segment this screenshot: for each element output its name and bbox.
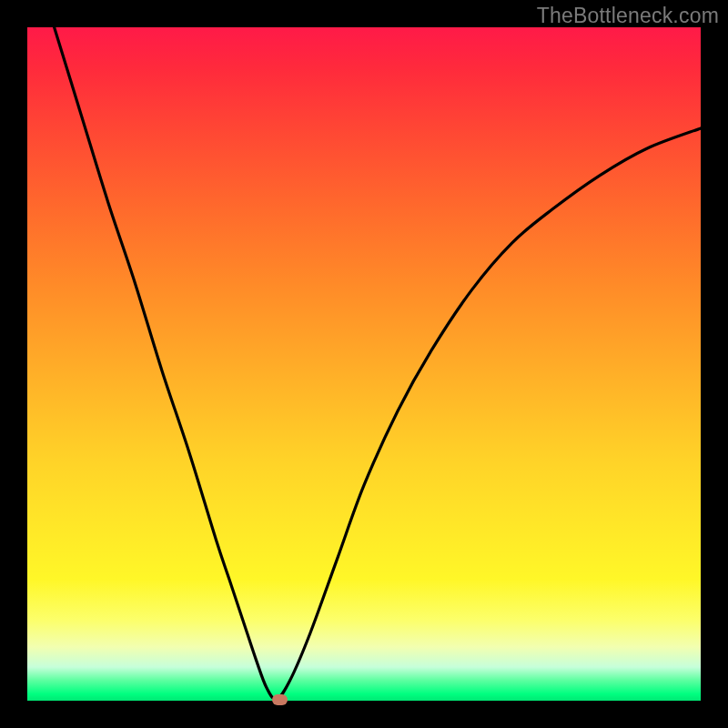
watermark-text: TheBottleneck.com <box>537 4 719 28</box>
optimal-point-marker <box>272 694 288 705</box>
chart-frame: TheBottleneck.com <box>0 0 728 728</box>
plot-area <box>27 27 701 701</box>
bottleneck-curve <box>27 27 701 701</box>
